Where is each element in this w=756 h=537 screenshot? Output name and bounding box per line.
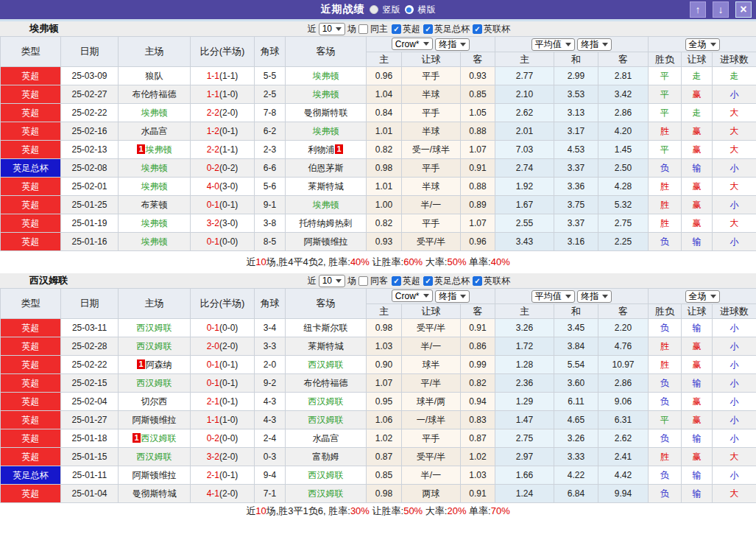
avg-away-odds: 4.76 [598,337,649,356]
avg-draw-odds: 3.36 [554,178,598,196]
team-name-text: 布伦特福德 [304,378,348,388]
league-checkbox[interactable]: ✓ [392,24,401,34]
sub-handicap-result-header: 让球 [682,304,713,319]
result-outcome: 负 [649,233,682,251]
period-select[interactable]: 全场 [685,290,720,303]
home-team-cell: 西汉姆联 [119,337,191,356]
table-row: 英超25-01-25布莱顿0-1(0-1)9-1埃弗顿1.00半/一0.891.… [1,196,756,214]
period-select[interactable]: 全场 [685,38,720,51]
corner-cell: 7-1 [255,485,286,503]
league-checkbox[interactable]: ✓ [423,24,433,34]
red-card-badge: 1 [133,433,140,443]
average-time-select[interactable]: 终指 [577,290,612,303]
same-side-checkbox[interactable] [358,276,368,286]
league-badge: 英超 [1,104,61,122]
result-outcome: 平 [649,85,682,104]
handicap-away-odds: 0.91 [461,159,495,178]
result-goals: 走 [713,67,756,85]
home-team-cell: 埃弗顿 [119,159,191,178]
same-side-checkbox[interactable] [358,24,368,34]
league-checkbox[interactable]: ✓ [473,276,482,286]
summary-text: 近 [246,505,255,516]
result-handicap: 赢 [682,141,713,159]
score-cell: 0-1(0-1) [191,196,255,214]
result-outcome: 胜 [649,356,682,374]
radio-dot [406,7,411,13]
handicap-line: 受一/球半 [402,141,461,159]
handicap-away-odds: 0.99 [461,356,495,374]
full-score: 1-1 [207,89,219,99]
bookmaker-select[interactable]: Crow* [392,38,433,50]
handicap-home-odds: 0.90 [367,356,402,374]
full-score: 2-2 [207,144,219,155]
team-name-text: 西汉姆联 [137,378,172,388]
handicap-line: 受平/半 [402,319,461,337]
summary-text: 10 [255,505,266,516]
team-name-text: 富勒姆 [313,452,339,462]
team-name-text: 西汉姆联 [308,488,344,499]
handicap-away-odds: 0.88 [461,122,495,141]
avg-away-odds: 2.86 [598,374,649,393]
avg-home-odds: 1.47 [495,411,554,429]
away-team-cell: 西汉姆联 [286,393,367,411]
handicap-line: 平手 [402,429,461,448]
close-button[interactable]: × [735,1,752,18]
avg-away-odds: 6.31 [598,411,649,429]
result-goals: 小 [713,429,756,448]
handicap-away-odds: 0.83 [461,411,495,429]
handicap-home-odds: 0.98 [367,159,402,178]
bookmaker-select[interactable]: Crow* [392,289,433,302]
result-group-header: 全场 [649,289,756,304]
vertical-layout-radio[interactable] [370,5,378,14]
league-checkbox[interactable]: ✓ [473,24,482,34]
move-down-button[interactable]: ↓ [713,1,729,18]
chevron-down-icon [336,279,342,286]
handicap-home-odds: 1.07 [367,374,402,393]
match-count-select[interactable]: 10 [319,23,345,35]
handicap-home-odds: 1.01 [367,178,402,196]
sub-winloss-header: 胜负 [649,52,682,67]
team-name-text: 埃弗顿 [313,200,339,210]
table-row: 英足总杯25-02-08埃弗顿0-2(0-2)6-6伯恩茅斯0.98平手0.91… [1,159,756,178]
half-score: (0-0) [219,323,238,333]
league-badge: 英超 [1,233,61,251]
match-date: 25-02-16 [61,122,119,141]
home-team-cell: 狼队 [119,67,191,85]
move-up-button[interactable]: ↑ [690,1,706,18]
chevron-down-icon [423,294,429,301]
filter-controls: 近 10 场 同主 ✓英超✓英足总杯✓英联杯 [308,23,512,35]
average-select[interactable]: 平均值 [531,38,575,51]
handicap-time-select[interactable]: 终指 [435,290,470,303]
league-badge: 英超 [1,337,61,356]
away-team-cell: 埃弗顿 [286,122,367,141]
table-row: 英超25-02-27布伦特福德1-1(1-0)2-5埃弗顿1.04半球0.852… [1,85,756,104]
full-score: 0-2 [207,433,219,443]
corner-cell: 2-3 [255,141,286,159]
team-name-text: 埃弗顿 [141,236,168,247]
team-name-text: 阿森纳 [146,359,172,370]
average-select[interactable]: 平均值 [531,290,575,303]
near-label: 近 [308,23,317,35]
league-checkbox[interactable]: ✓ [423,276,433,286]
handicap-time-select[interactable]: 终指 [435,38,470,51]
chevron-down-icon [565,43,571,49]
result-handicap: 输 [682,233,713,251]
average-time-select[interactable]: 终指 [577,38,612,51]
handicap-home-odds: 1.02 [367,429,402,448]
horizontal-layout-radio[interactable] [405,5,414,14]
score-cell: 4-0(3-0) [191,178,255,196]
handicap-away-odds: 0.87 [461,429,495,448]
handicap-line: 半球 [402,85,461,104]
average-group-header: 平均值 终指 [495,289,649,304]
avg-away-odds: 1.45 [598,141,649,159]
table-row: 英超25-03-09狼队1-1(1-1)5-5埃弗顿0.96平手0.932.77… [1,67,756,85]
handicap-home-odds: 0.95 [367,393,402,411]
full-score: 2-1 [207,396,219,407]
handicap-home-odds: 1.01 [367,122,402,141]
half-score: (0-1) [219,126,238,136]
chevron-down-icon [710,43,716,49]
avg-draw-odds: 6.84 [554,485,598,503]
league-checkbox[interactable]: ✓ [392,276,401,286]
match-count-select[interactable]: 10 [319,275,345,287]
table-row: 英超25-02-15西汉姆联0-1(0-1)9-2布伦特福德1.07平/半0.8… [1,374,756,393]
